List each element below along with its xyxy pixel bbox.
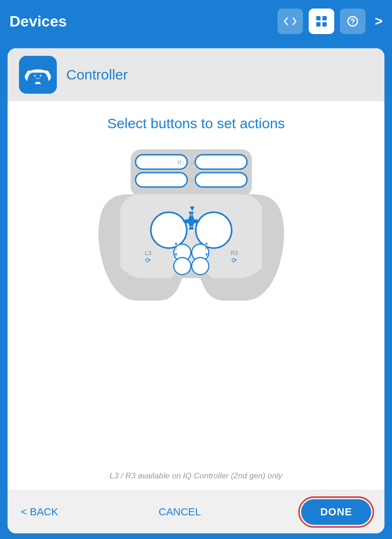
instruction-text: Select buttons to set actions [107,115,285,132]
svg-point-5 [352,24,353,24]
svg-text:▼: ▼ [187,210,194,217]
svg-text:E: E [174,246,178,251]
svg-text:↕L: ↕L [190,159,196,166]
svg-point-13 [40,75,42,77]
svg-text:▲: ▲ [205,240,209,246]
svg-rect-2 [316,22,321,27]
svg-text:▶: ▶ [194,217,198,224]
svg-point-12 [34,75,36,77]
footer-note: L3 / R3 available on IQ Controller (2nd … [110,464,283,486]
cancel-button[interactable]: CANCEL [58,506,302,518]
svg-point-24 [196,212,232,248]
svg-point-35 [174,257,191,274]
header-icons: > [277,9,383,34]
card-body: Select buttons to set actions ↕L ↕ R↕ ↕ … [8,101,384,490]
card-title: Controller [66,67,128,83]
card-header: Controller [8,48,384,101]
svg-rect-1 [322,16,327,20]
back-button[interactable]: < BACK [21,502,58,522]
next-arrow-icon[interactable]: > [375,14,383,29]
svg-point-23 [151,212,187,248]
svg-text:◀: ◀ [182,217,187,224]
svg-text:R3: R3 [231,250,238,256]
svg-text:⟳: ⟳ [145,256,151,264]
svg-rect-16 [135,173,187,187]
svg-text:▲: ▲ [174,240,178,246]
code-icon-button[interactable] [277,9,303,34]
controller-icon [24,61,52,89]
app-header: Devices > [0,0,392,43]
help-icon-button[interactable] [340,9,365,34]
svg-text:R↕: R↕ [178,159,185,166]
svg-text:▼: ▼ [174,252,178,257]
grid-icon-button[interactable] [309,9,334,34]
svg-rect-18 [196,173,247,187]
main-card: Controller Select buttons to set actions… [8,48,384,533]
svg-text:⟳: ⟳ [232,256,237,264]
svg-text:▼: ▼ [205,252,209,257]
svg-rect-3 [322,22,327,27]
svg-text:L3: L3 [145,250,151,256]
controller-diagram: ↕L ↕ R↕ ↕ ▼ L3 ⟳ R3 ⟳ E ▲ ▼ F ▲ [92,146,300,323]
svg-text:▲: ▲ [187,224,194,231]
svg-rect-11 [30,73,46,81]
svg-rect-17 [196,155,247,169]
done-button[interactable]: DONE [301,499,371,525]
svg-rect-0 [316,16,321,20]
svg-text:↕: ↕ [191,177,194,184]
page-title: Devices [9,13,277,30]
svg-point-37 [192,257,209,274]
svg-text:F: F [205,246,208,251]
card-footer: < BACK CANCEL DONE [8,490,384,533]
controller-icon-wrap [19,56,57,94]
